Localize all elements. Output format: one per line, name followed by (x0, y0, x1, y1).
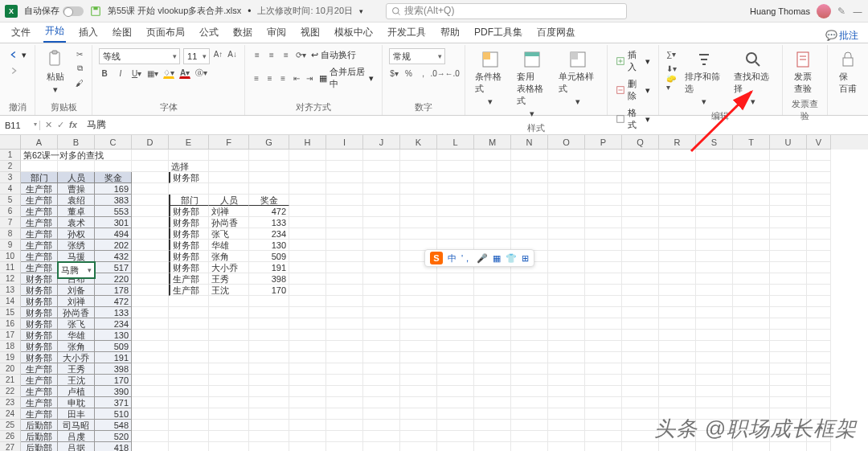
cell[interactable] (548, 352, 585, 363)
cell[interactable] (400, 285, 437, 296)
cell[interactable] (622, 285, 659, 296)
cell[interactable]: 生产部 (21, 397, 58, 408)
row-header[interactable]: 11 (0, 262, 21, 273)
cell[interactable]: 生产部 (21, 375, 58, 386)
col-header[interactable]: S (696, 135, 733, 150)
cell[interactable] (659, 161, 696, 172)
cell[interactable]: 234 (249, 228, 289, 240)
cell[interactable]: 生产部 (169, 285, 209, 296)
cell[interactable] (511, 363, 548, 375)
cell[interactable] (622, 431, 659, 442)
cell[interactable] (249, 375, 289, 386)
cell[interactable] (249, 150, 289, 161)
cell[interactable]: 吕据 (58, 442, 95, 451)
cell[interactable]: 刘禅 (58, 296, 95, 307)
cell[interactable] (437, 375, 474, 386)
cell[interactable] (733, 251, 770, 262)
font-color-button[interactable]: A▾ (179, 68, 190, 79)
cell[interactable]: 398 (249, 273, 289, 285)
cell[interactable] (622, 251, 659, 262)
comma-icon[interactable]: , (418, 68, 429, 79)
cell[interactable]: 财务部 (21, 273, 58, 285)
cell[interactable] (400, 330, 437, 341)
cell[interactable] (659, 318, 696, 330)
cell[interactable] (289, 318, 326, 330)
cell[interactable] (511, 307, 548, 318)
cell[interactable] (363, 352, 400, 363)
cell[interactable] (807, 206, 831, 217)
cell[interactable] (585, 397, 622, 408)
cell[interactable] (437, 161, 474, 172)
cell[interactable] (622, 341, 659, 352)
cell[interactable] (400, 217, 437, 228)
cell[interactable] (511, 206, 548, 217)
cell[interactable] (474, 228, 511, 240)
cell[interactable]: 财务部 (21, 285, 58, 296)
cell[interactable] (807, 352, 831, 363)
cell[interactable] (363, 150, 400, 161)
cell[interactable] (770, 352, 807, 363)
avatar[interactable] (817, 4, 831, 18)
cell[interactable] (326, 285, 363, 296)
cell[interactable] (400, 341, 437, 352)
cell[interactable] (437, 386, 474, 397)
cell[interactable]: 170 (249, 285, 289, 296)
cell[interactable] (548, 307, 585, 318)
row-header[interactable]: 15 (0, 307, 21, 318)
ime-lang[interactable]: 中 (448, 252, 457, 264)
row-header[interactable]: 20 (0, 363, 21, 375)
insert-cells-button[interactable]: 插入▾ (614, 48, 652, 74)
cell[interactable] (770, 330, 807, 341)
cell[interactable] (132, 262, 169, 273)
cell[interactable] (437, 273, 474, 285)
cell[interactable] (511, 273, 548, 285)
cell[interactable] (696, 262, 733, 273)
cell[interactable] (548, 183, 585, 195)
increase-font-icon[interactable]: A↑ (213, 48, 224, 59)
tab-layout[interactable]: 页面布局 (145, 23, 186, 43)
cell[interactable] (132, 352, 169, 363)
cell[interactable] (585, 273, 622, 285)
cell[interactable] (169, 431, 209, 442)
cell[interactable] (622, 375, 659, 386)
cell[interactable] (400, 195, 437, 206)
cell[interactable] (659, 307, 696, 318)
cell[interactable] (289, 228, 326, 240)
cell[interactable] (622, 318, 659, 330)
cell[interactable] (249, 341, 289, 352)
worksheet[interactable]: ABCDEFGHIJKLMNOPQRSTUV 1第62课一对多的查找2选择3部门… (0, 135, 868, 451)
row-header[interactable]: 2 (0, 161, 21, 172)
cell[interactable]: 财务部 (21, 341, 58, 352)
cell[interactable] (437, 307, 474, 318)
cell[interactable] (770, 285, 807, 296)
cell[interactable] (437, 195, 474, 206)
cell[interactable] (326, 442, 363, 451)
cell[interactable] (511, 375, 548, 386)
cell[interactable] (585, 442, 622, 451)
cell[interactable] (548, 397, 585, 408)
cell[interactable]: 人员 (58, 172, 95, 183)
cell[interactable] (400, 307, 437, 318)
cell[interactable] (363, 285, 400, 296)
cell[interactable] (474, 442, 511, 451)
cell[interactable] (770, 150, 807, 161)
cell[interactable] (132, 285, 169, 296)
cell[interactable] (770, 217, 807, 228)
cell[interactable] (511, 352, 548, 363)
cell[interactable] (437, 228, 474, 240)
cell[interactable] (622, 363, 659, 375)
cell[interactable] (548, 318, 585, 330)
cell[interactable]: 张角 (58, 341, 95, 352)
cell[interactable] (770, 228, 807, 240)
cell[interactable] (289, 431, 326, 442)
cell[interactable] (622, 150, 659, 161)
cell[interactable] (289, 240, 326, 251)
cell[interactable] (696, 228, 733, 240)
cell[interactable] (622, 206, 659, 217)
cell[interactable] (733, 172, 770, 183)
cell[interactable] (511, 161, 548, 172)
cell[interactable]: 生产部 (21, 363, 58, 375)
cell[interactable] (474, 386, 511, 397)
cell[interactable] (132, 161, 169, 172)
cell[interactable] (363, 296, 400, 307)
